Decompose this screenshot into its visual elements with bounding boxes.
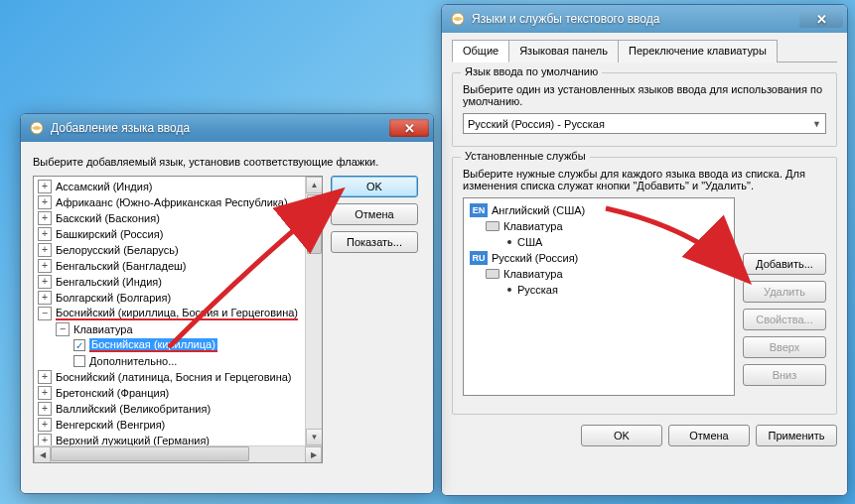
expand-icon[interactable]: + bbox=[38, 402, 52, 416]
app-icon bbox=[29, 120, 45, 136]
tree-item[interactable]: Бенгальский (Индия) bbox=[56, 276, 162, 288]
tree-item[interactable]: Бенгальский (Бангладеш) bbox=[56, 260, 187, 272]
keyboard-icon bbox=[486, 221, 499, 231]
checkbox-checked[interactable]: ✓ bbox=[73, 339, 85, 351]
lang-en: Английский (США) bbox=[492, 204, 585, 216]
titlebar[interactable]: Языки и службы текстового ввода ✕ bbox=[442, 5, 847, 33]
installed-services-group: Установленные службы Выберите нужные слу… bbox=[452, 157, 837, 415]
services-buttons: Добавить... Удалить Свойства... Вверх Вн… bbox=[743, 197, 826, 396]
group-text: Выберите один из установленных языков вв… bbox=[463, 83, 826, 107]
close-button[interactable]: ✕ bbox=[389, 119, 429, 137]
delete-button[interactable]: Удалить bbox=[743, 281, 826, 303]
tree-item[interactable]: Африкаанс (Южно-Африканская Республика) bbox=[56, 196, 288, 208]
tab-language-bar[interactable]: Языковая панель bbox=[508, 40, 619, 63]
services-tree[interactable]: ENАнглийский (США) Клавиатура США RUРусс… bbox=[463, 197, 735, 396]
scroll-right-icon[interactable]: ▶ bbox=[305, 446, 322, 463]
default-language-group: Язык ввода по умолчанию Выберите один из… bbox=[452, 72, 837, 147]
layout-ru: Русская bbox=[517, 284, 558, 296]
expand-icon[interactable]: + bbox=[38, 211, 52, 225]
properties-button[interactable]: Свойства... bbox=[743, 309, 826, 330]
tree-item-bosnian-cyrillic[interactable]: Боснийский (кириллица, Босния и Герцегов… bbox=[56, 307, 298, 320]
tree-item-selected[interactable]: Боснийская (кириллица) bbox=[89, 338, 217, 352]
add-input-language-dialog: Добавление языка ввода ✕ Выберите добавл… bbox=[20, 113, 434, 494]
show-button[interactable]: Показать... bbox=[331, 231, 418, 253]
combo-value: Русский (Россия) - Русская bbox=[468, 118, 605, 130]
expand-icon[interactable]: + bbox=[38, 418, 52, 432]
scroll-left-icon[interactable]: ◀ bbox=[34, 446, 51, 463]
group-text: Выберите нужные службы для каждого языка… bbox=[463, 168, 826, 191]
expand-icon[interactable]: + bbox=[38, 370, 52, 384]
apply-button[interactable]: Применить bbox=[756, 425, 837, 446]
instruction-text: Выберите добавляемый язык, установив соо… bbox=[33, 156, 421, 168]
language-tree[interactable]: +Ассамский (Индия) +Африкаанс (Южно-Афри… bbox=[33, 176, 323, 463]
tree-item-more[interactable]: Дополнительно... bbox=[89, 355, 177, 367]
scroll-thumb[interactable] bbox=[307, 194, 322, 254]
chevron-down-icon: ▼ bbox=[812, 119, 821, 129]
lang-badge-en: EN bbox=[470, 203, 488, 217]
scroll-thumb[interactable] bbox=[51, 446, 249, 461]
lang-ru: Русский (Россия) bbox=[492, 252, 578, 264]
cancel-button[interactable]: Отмена bbox=[668, 425, 750, 446]
up-button[interactable]: Вверх bbox=[743, 336, 826, 358]
window-title: Языки и службы текстового ввода bbox=[472, 12, 797, 26]
expand-icon[interactable]: + bbox=[38, 386, 52, 400]
text-services-dialog: Языки и службы текстового ввода ✕ Общие … bbox=[441, 4, 848, 496]
kb-label: Клавиатура bbox=[503, 220, 563, 232]
expand-icon[interactable]: + bbox=[38, 243, 52, 257]
horizontal-scrollbar[interactable]: ◀ ▶ bbox=[34, 445, 322, 462]
button-column: OK Отмена Показать... bbox=[331, 176, 418, 463]
bullet-icon bbox=[507, 240, 511, 244]
tab-key-switch[interactable]: Переключение клавиатуры bbox=[618, 40, 778, 63]
group-title: Установленные службы bbox=[461, 150, 590, 162]
titlebar[interactable]: Добавление языка ввода ✕ bbox=[21, 114, 433, 142]
ok-button[interactable]: OK bbox=[581, 425, 662, 446]
tree-item[interactable]: Валлийский (Великобритания) bbox=[56, 403, 211, 415]
checkbox-unchecked[interactable] bbox=[73, 355, 85, 367]
app-icon bbox=[450, 11, 466, 27]
tab-strip: Общие Языковая панель Переключение клави… bbox=[452, 39, 837, 63]
ok-button[interactable]: OK bbox=[331, 176, 418, 197]
cancel-button[interactable]: Отмена bbox=[331, 203, 418, 225]
close-button[interactable]: ✕ bbox=[799, 10, 843, 28]
kb-label: Клавиатура bbox=[503, 268, 563, 280]
expand-icon[interactable]: + bbox=[38, 259, 52, 273]
tree-item[interactable]: Боснийский (латиница, Босния и Герцегови… bbox=[56, 371, 292, 383]
tab-general[interactable]: Общие bbox=[452, 40, 509, 63]
keyboard-icon bbox=[486, 269, 499, 279]
tree-item[interactable]: Болгарский (Болгария) bbox=[56, 292, 171, 304]
tree-item[interactable]: Белорусский (Беларусь) bbox=[56, 244, 179, 256]
group-title: Язык ввода по умолчанию bbox=[461, 65, 602, 77]
dialog-body: Выберите добавляемый язык, установив соо… bbox=[21, 142, 433, 493]
expand-icon[interactable]: + bbox=[38, 195, 52, 209]
expand-icon[interactable]: + bbox=[38, 227, 52, 241]
tree-item[interactable]: Башкирский (Россия) bbox=[56, 228, 163, 240]
tree-item-keyboard[interactable]: Клавиатура bbox=[73, 323, 133, 335]
tree-item[interactable]: Бретонский (Франция) bbox=[56, 387, 169, 399]
collapse-icon[interactable]: − bbox=[38, 307, 52, 320]
tree-item[interactable]: Венгерский (Венгрия) bbox=[56, 419, 165, 431]
layout-en: США bbox=[517, 236, 542, 248]
collapse-icon[interactable]: − bbox=[56, 322, 70, 336]
expand-icon[interactable]: + bbox=[38, 291, 52, 305]
vertical-scrollbar[interactable]: ▲ ▼ bbox=[305, 177, 322, 445]
bullet-icon bbox=[507, 288, 511, 292]
tree-item[interactable]: Баскский (Баскония) bbox=[56, 212, 160, 224]
expand-icon[interactable]: + bbox=[38, 275, 52, 289]
add-button[interactable]: Добавить... bbox=[743, 253, 826, 275]
dialog-body: Общие Языковая панель Переключение клави… bbox=[442, 33, 847, 495]
dialog-buttons: OK Отмена Применить bbox=[452, 425, 837, 446]
lang-badge-ru: RU bbox=[470, 251, 488, 265]
scroll-down-icon[interactable]: ▼ bbox=[306, 429, 323, 445]
scroll-up-icon[interactable]: ▲ bbox=[306, 177, 323, 193]
default-language-combo[interactable]: Русский (Россия) - Русская ▼ bbox=[463, 113, 826, 134]
down-button[interactable]: Вниз bbox=[743, 364, 826, 386]
tree-item[interactable]: Ассамский (Индия) bbox=[56, 181, 153, 192]
expand-icon[interactable]: + bbox=[38, 180, 52, 193]
window-title: Добавление языка ввода bbox=[51, 121, 387, 135]
